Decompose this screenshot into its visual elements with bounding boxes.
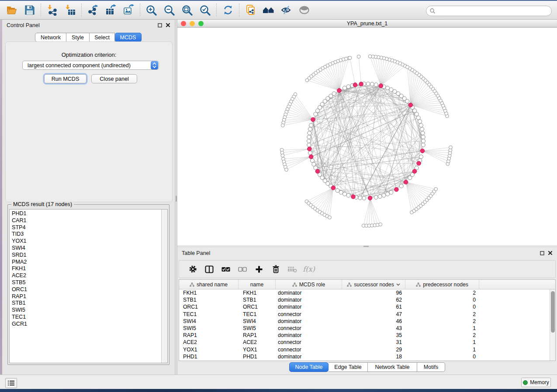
run-mcds-button[interactable]: Run MCDS (44, 74, 86, 83)
import-table-icon[interactable] (61, 2, 79, 18)
network-node[interactable] (418, 120, 422, 124)
network-node[interactable] (374, 83, 378, 87)
mcds-hub-node[interactable] (408, 103, 413, 107)
delete-icon[interactable] (267, 262, 284, 276)
network-node[interactable] (358, 196, 362, 200)
network-node[interactable] (328, 216, 332, 219)
result-node[interactable]: STP4 (12, 224, 27, 231)
network-node[interactable] (368, 55, 372, 58)
tab-node-table[interactable]: Node Table (289, 362, 329, 372)
zoom-fit-icon[interactable] (178, 2, 196, 18)
function-builder-icon[interactable]: f(x) (301, 262, 317, 276)
mcds-hub-node[interactable] (359, 82, 363, 86)
network-node[interactable] (281, 154, 284, 158)
table-row[interactable]: YOX1YOX1connector291 (179, 346, 550, 353)
unselect-all-icon[interactable] (234, 262, 251, 276)
network-node[interactable] (421, 131, 425, 135)
network-node[interactable] (419, 155, 423, 159)
delete-table-icon[interactable] (284, 262, 301, 276)
table-row[interactable]: STB1STB1dominator620 (179, 296, 550, 303)
mcds-hub-node[interactable] (351, 195, 356, 199)
result-node[interactable]: CAR1 (12, 217, 27, 224)
mcds-hub-node[interactable] (337, 89, 342, 93)
hide-labels-icon[interactable] (277, 2, 295, 18)
tab-network-table[interactable]: Network Table (368, 362, 417, 372)
network-node[interactable] (343, 192, 346, 196)
criterion-dropdown[interactable]: largest connected component (undirected) (22, 61, 159, 70)
network-node[interactable] (370, 82, 374, 86)
network-node[interactable] (389, 88, 393, 92)
network-node[interactable] (362, 196, 366, 200)
mcds-hub-node[interactable] (412, 169, 417, 174)
network-node[interactable] (382, 193, 386, 197)
mcds-result-list[interactable]: PHD1CAR1STP4TID3YOX1SWI4SRD1PMA2FKH1ACE2… (9, 209, 168, 363)
open-file-icon[interactable] (3, 2, 21, 18)
network-node[interactable] (393, 89, 397, 93)
result-node[interactable]: YOX1 (12, 238, 27, 245)
result-node[interactable]: TID3 (12, 231, 27, 238)
result-node[interactable]: GCR1 (12, 321, 27, 328)
network-node[interactable] (336, 189, 339, 193)
window-close-icon[interactable] (181, 21, 186, 26)
network-node[interactable] (308, 151, 312, 155)
window-maximize-icon[interactable] (198, 21, 204, 26)
save-session-icon[interactable] (21, 2, 38, 18)
table-row[interactable]: SWI4SWI4dominator462 (179, 318, 550, 325)
result-node[interactable]: ORC1 (12, 286, 27, 293)
network-node[interactable] (416, 116, 420, 120)
memory-button[interactable]: Memory (521, 378, 551, 387)
table-row[interactable]: FKH1FKH1dominator962 (179, 289, 550, 296)
network-node[interactable] (420, 127, 424, 131)
zoom-in-icon[interactable] (142, 2, 160, 18)
column-header-MCDS-role[interactable]: MCDS role (276, 280, 342, 289)
export-network-icon[interactable] (84, 2, 102, 18)
network-node[interactable] (406, 65, 409, 69)
mcds-hub-node[interactable] (404, 180, 408, 184)
network-node[interactable] (386, 192, 390, 196)
network-node[interactable] (378, 195, 382, 199)
network-node[interactable] (308, 131, 311, 135)
network-node[interactable] (386, 86, 390, 90)
network-node[interactable] (419, 123, 423, 127)
mcds-hub-node[interactable] (420, 149, 425, 153)
result-list-scrollbar[interactable] (161, 210, 167, 363)
show-graphics-icon[interactable] (295, 2, 313, 18)
network-node[interactable] (307, 139, 311, 143)
window-minimize-icon[interactable] (190, 21, 195, 26)
mcds-hub-node[interactable] (315, 169, 320, 174)
table-scrollbar[interactable] (550, 289, 555, 361)
mcds-hub-node[interactable] (311, 117, 315, 122)
result-node[interactable]: ACE2 (12, 272, 27, 279)
network-node[interactable] (421, 135, 425, 139)
table-row[interactable]: RAP1RAP1dominator352 (179, 332, 550, 339)
network-node[interactable] (366, 82, 370, 86)
result-node[interactable]: STB5 (12, 279, 27, 286)
tab-motifs[interactable]: Motifs (417, 362, 445, 372)
network-node[interactable] (343, 86, 346, 90)
tab-mcds[interactable]: MCDS (115, 33, 142, 42)
clone-network-icon[interactable] (242, 2, 259, 18)
refresh-layout-icon[interactable] (219, 2, 237, 18)
network-node[interactable] (379, 223, 382, 226)
result-node[interactable]: TEC1 (12, 314, 27, 321)
table-row[interactable]: SWI5SWI5connector431 (179, 325, 550, 332)
node-table[interactable]: shared namenameMCDS rolesuccessor nodesp… (179, 279, 556, 361)
network-node[interactable] (305, 79, 309, 82)
result-node[interactable]: PMA2 (12, 259, 27, 266)
float-panel-icon[interactable] (158, 23, 162, 28)
network-window-titlebar[interactable]: YPA_prune.txt_1 (177, 20, 557, 28)
export-image-icon[interactable] (120, 2, 138, 18)
mcds-hub-node[interactable] (368, 196, 372, 200)
result-node[interactable]: SWI5 (12, 307, 27, 314)
column-header-shared-name[interactable]: shared name (179, 280, 239, 289)
column-header-successor-nodes[interactable]: successor nodes (342, 280, 405, 289)
zoom-out-icon[interactable] (160, 2, 178, 18)
network-canvas[interactable] (177, 28, 557, 245)
search-field[interactable] (436, 8, 551, 14)
add-icon[interactable] (251, 262, 267, 276)
result-node[interactable]: RAP1 (12, 293, 27, 300)
network-node[interactable] (308, 127, 312, 131)
table-row[interactable]: ACE2ACE2connector311 (179, 339, 550, 346)
network-node[interactable] (449, 146, 453, 149)
network-node[interactable] (312, 162, 316, 166)
